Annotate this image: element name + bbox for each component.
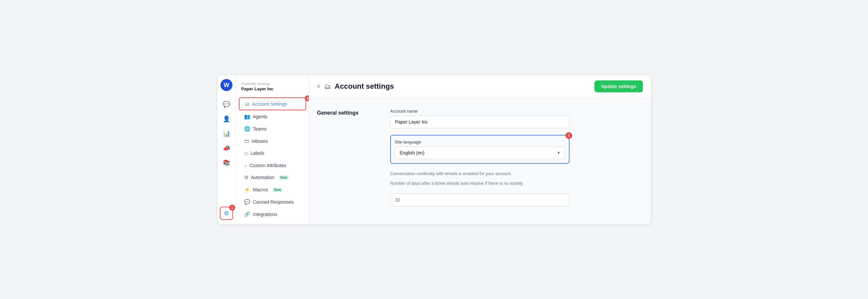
nav-item-macros[interactable]: ⚡ Macros Beta: [239, 184, 306, 196]
labels-icon: ◇: [244, 150, 248, 156]
nav-item-custom-attributes[interactable]: ⬦ Custom Attributes: [239, 159, 306, 171]
briefcase-icon: 🗂: [324, 83, 331, 90]
settings-form: Account name 3 Site language English (en…: [390, 109, 569, 213]
automation-icon: ⚙: [244, 174, 248, 180]
sidebar-icon-chat[interactable]: 💬: [220, 98, 233, 111]
nav-item-inboxes[interactable]: 🗃 Inboxes: [239, 135, 306, 147]
nav-item-automation-label: Automation: [251, 175, 275, 180]
nav-item-applications[interactable]: ✦ Applications: [239, 220, 306, 224]
nav-item-wrapper-account-settings: 🗂 Account Settings 2: [236, 97, 309, 110]
agents-icon: 👥: [244, 114, 250, 120]
inboxes-icon: 🗃: [244, 138, 249, 144]
nav-item-automation[interactable]: ⚙ Automation Beta: [239, 172, 306, 183]
help-text-group: Conversation continuity with emails is e…: [390, 171, 569, 187]
integrations-icon: 🔗: [244, 211, 250, 217]
currently-viewing-label: Currently viewing:: [241, 82, 304, 86]
auto-resolve-input[interactable]: [390, 194, 569, 206]
nav-item-inboxes-label: Inboxes: [252, 139, 268, 144]
main-content: ≡ 🗂 Account settings Update settings Gen…: [309, 75, 651, 224]
auto-resolve-group: [390, 194, 569, 206]
nav-item-teams[interactable]: 🌐 Teams: [239, 123, 306, 135]
teams-icon: 🌐: [244, 126, 250, 132]
content-body: General settings Account name 3 Site lan…: [309, 98, 651, 224]
account-settings-icon: 🗂: [245, 101, 250, 107]
menu-icon[interactable]: ≡: [317, 83, 320, 89]
account-name-label: Account name: [390, 109, 569, 114]
currently-viewing: Currently viewing: Paper Layer Inc: [236, 79, 309, 97]
step-badge-3: 3: [565, 132, 572, 139]
site-language-label: Site language: [395, 140, 565, 145]
step-badge-1: 1: [229, 205, 235, 211]
account-name-input[interactable]: [390, 116, 569, 128]
nav-item-labels[interactable]: ◇ Labels: [239, 147, 306, 159]
custom-attributes-icon: ⬦: [244, 162, 247, 168]
nav-item-macros-label: Macros: [253, 187, 268, 192]
macros-icon: ⚡: [244, 187, 250, 193]
nav-item-account-settings[interactable]: 🗂 Account Settings: [239, 97, 306, 110]
account-name-group: Account name: [390, 109, 569, 128]
sidebar-icon-contacts[interactable]: 👤: [220, 112, 233, 126]
icon-sidebar: W 💬 👤 📊 📣 📚 ⚙ 1: [217, 75, 236, 224]
help-text-line1: Conversation continuity with emails is e…: [390, 171, 569, 177]
update-settings-button[interactable]: Update settings: [594, 81, 643, 92]
nav-item-canned-responses-label: Canned Responses: [253, 199, 294, 205]
macros-beta-badge: Beta: [272, 188, 283, 192]
sidebar-icon-reports[interactable]: 📊: [220, 127, 233, 140]
app-container: W 💬 👤 📊 📣 📚 ⚙ 1 Currently viewing: Paper…: [217, 75, 651, 224]
top-header: ≡ 🗂 Account settings Update settings: [309, 75, 651, 98]
sidebar-icon-settings[interactable]: ⚙ 1: [220, 207, 233, 220]
nav-item-agents-label: Agents: [253, 114, 268, 119]
applications-icon: ✦: [244, 223, 248, 224]
automation-beta-badge: Beta: [278, 175, 289, 180]
sidebar-icon-library[interactable]: 📚: [220, 156, 233, 170]
nav-item-canned-responses[interactable]: 💬 Canned Responses: [239, 196, 306, 208]
site-language-select-wrapper: English (en) French (fr) German (de) Spa…: [395, 147, 565, 159]
site-language-group: 3 Site language English (en) French (fr)…: [390, 135, 569, 164]
nav-item-labels-label: Labels: [251, 150, 264, 156]
app-logo[interactable]: W: [220, 79, 232, 91]
site-language-select[interactable]: English (en) French (fr) German (de) Spa…: [395, 147, 565, 159]
company-name: Paper Layer Inc: [241, 86, 274, 91]
nav-item-custom-attributes-label: Custom Attributes: [250, 163, 286, 168]
help-text-line2: Number of days after a ticket should aut…: [390, 180, 569, 187]
canned-responses-icon: 💬: [244, 199, 250, 205]
nav-item-integrations-label: Integrations: [253, 212, 277, 217]
nav-item-teams-label: Teams: [253, 126, 267, 131]
nav-item-account-settings-label: Account Settings: [252, 101, 287, 107]
nav-item-integrations[interactable]: 🔗 Integrations: [239, 208, 306, 220]
general-settings-label: General settings: [317, 109, 370, 213]
header-left: ≡ 🗂 Account settings: [317, 82, 394, 91]
sidebar-icon-campaigns[interactable]: 📣: [220, 142, 233, 155]
nav-item-agents[interactable]: 👥 Agents: [239, 111, 306, 123]
page-title: Account settings: [335, 82, 394, 91]
nav-sidebar: Currently viewing: Paper Layer Inc 🗂 Acc…: [236, 75, 309, 224]
